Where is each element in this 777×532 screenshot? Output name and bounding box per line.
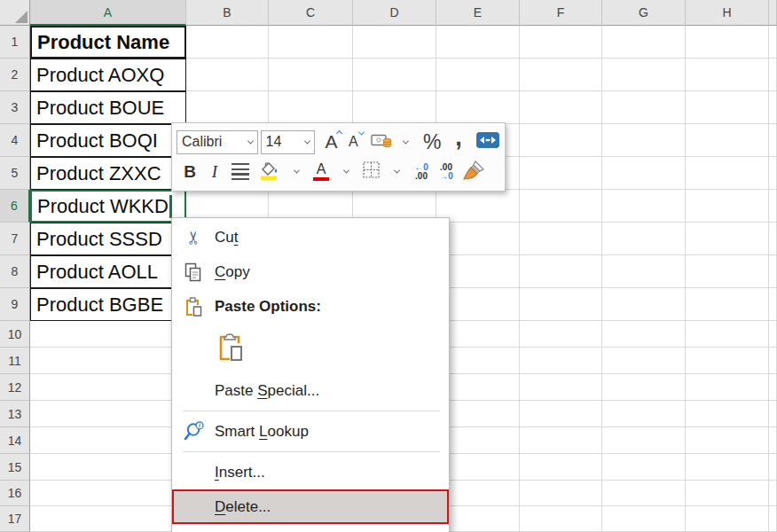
cell-G15[interactable] xyxy=(602,454,686,481)
cell-G3[interactable] xyxy=(602,91,686,124)
cell-G13[interactable] xyxy=(602,401,686,427)
column-header-A[interactable]: A xyxy=(30,0,186,26)
cell-A17[interactable] xyxy=(30,506,186,532)
cell-F15[interactable] xyxy=(520,454,602,481)
cell-G16[interactable] xyxy=(602,481,686,506)
cell-sliver10[interactable] xyxy=(769,321,777,348)
cell-sliver5[interactable] xyxy=(769,157,777,190)
font-size-dropdown[interactable]: 14 xyxy=(261,130,316,154)
cell-G7[interactable] xyxy=(602,223,686,255)
cell-sliver12[interactable] xyxy=(769,374,777,401)
font-color-dropdown[interactable] xyxy=(336,160,356,184)
cell-A3[interactable]: Product BOUE xyxy=(30,91,186,124)
cell-G6[interactable] xyxy=(602,190,686,223)
cell-C3[interactable] xyxy=(269,91,353,124)
cell-E2[interactable] xyxy=(436,59,520,91)
increase-font-size-button[interactable]: A xyxy=(321,129,341,154)
cell-B1[interactable] xyxy=(186,26,269,59)
select-all-button[interactable] xyxy=(0,0,30,26)
cell-A1[interactable]: Product Name xyxy=(30,26,186,59)
cell-G11[interactable] xyxy=(602,348,686,374)
cell-sliver4[interactable] xyxy=(769,124,777,157)
cell-sliver13[interactable] xyxy=(769,401,777,427)
cell-sliver1[interactable] xyxy=(769,26,777,59)
cell-C2[interactable] xyxy=(269,59,353,91)
comma-style-button[interactable]: , xyxy=(449,129,468,154)
cell-G14[interactable] xyxy=(602,427,686,454)
cell-H16[interactable] xyxy=(686,481,769,506)
cell-F14[interactable] xyxy=(520,427,602,454)
cell-A5[interactable]: Product ZXXC xyxy=(30,157,186,190)
cell-sliver9[interactable] xyxy=(769,288,777,321)
row-header-1[interactable]: 1 xyxy=(0,26,30,59)
cell-H1[interactable] xyxy=(686,26,769,59)
row-header-11[interactable]: 11 xyxy=(0,348,30,374)
merge-and-center-button[interactable] xyxy=(475,129,500,154)
cell-G12[interactable] xyxy=(602,374,686,401)
fill-color-button[interactable] xyxy=(256,160,281,184)
font-color-button[interactable]: A xyxy=(311,160,331,184)
paste-option-paste-keep-source-formatting[interactable] xyxy=(172,324,449,373)
cell-A2[interactable]: Product AOXQ xyxy=(30,59,186,91)
cell-H13[interactable] xyxy=(686,401,769,427)
cell-G17[interactable] xyxy=(602,506,686,532)
borders-button[interactable] xyxy=(361,160,381,184)
row-header-12[interactable]: 12 xyxy=(0,374,30,401)
cell-A13[interactable] xyxy=(30,401,186,427)
cell-sliver8[interactable] xyxy=(769,255,777,288)
column-header-sliver[interactable] xyxy=(769,0,777,26)
cell-G8[interactable] xyxy=(602,255,686,288)
cell-H6[interactable] xyxy=(686,190,769,223)
cell-H10[interactable] xyxy=(686,321,769,348)
cell-sliver7[interactable] xyxy=(769,223,777,255)
cell-F16[interactable] xyxy=(520,481,602,506)
cell-sliver16[interactable] xyxy=(769,481,777,506)
cell-F1[interactable] xyxy=(520,26,602,59)
cell-A15[interactable] xyxy=(30,454,186,481)
cell-G9[interactable] xyxy=(602,288,686,321)
row-header-16[interactable]: 16 xyxy=(0,481,30,506)
column-header-G[interactable]: G xyxy=(602,0,686,26)
cell-H7[interactable] xyxy=(686,223,769,255)
cell-A11[interactable] xyxy=(30,348,186,374)
cell-B3[interactable] xyxy=(186,91,269,124)
cell-A8[interactable]: Product AOLL xyxy=(30,255,186,288)
cell-A9[interactable]: Product BGBE xyxy=(30,288,186,321)
borders-dropdown[interactable] xyxy=(387,160,406,184)
cell-F5[interactable] xyxy=(520,157,602,190)
column-header-E[interactable]: E xyxy=(436,0,520,26)
cell-sliver3[interactable] xyxy=(769,91,777,124)
column-header-C[interactable]: C xyxy=(269,0,353,26)
cell-A16[interactable] xyxy=(30,481,186,506)
accounting-format-dropdown[interactable] xyxy=(396,129,415,154)
menu-item-smart-lookup[interactable]: iSmart Lookup xyxy=(172,414,449,449)
percent-style-button[interactable]: % xyxy=(421,129,443,154)
column-header-D[interactable]: D xyxy=(353,0,436,26)
menu-item-paste-special[interactable]: Paste Special... xyxy=(172,373,449,408)
row-header-14[interactable]: 14 xyxy=(0,427,30,454)
cell-H5[interactable] xyxy=(686,157,769,190)
cell-H3[interactable] xyxy=(686,91,769,124)
cell-sliver15[interactable] xyxy=(769,454,777,481)
cell-G5[interactable] xyxy=(602,157,686,190)
cell-F7[interactable] xyxy=(520,223,602,255)
cell-H14[interactable] xyxy=(686,427,769,454)
cell-H17[interactable] xyxy=(686,506,769,532)
cell-sliver14[interactable] xyxy=(769,427,777,454)
cell-H2[interactable] xyxy=(686,59,769,91)
decrease-font-size-button[interactable]: A xyxy=(343,129,363,154)
row-header-8[interactable]: 8 xyxy=(0,255,30,288)
cell-F3[interactable] xyxy=(520,91,602,124)
cell-sliver17[interactable] xyxy=(769,506,777,532)
decrease-decimal-button[interactable]: .00 →0 xyxy=(436,160,456,184)
row-header-17[interactable]: 17 xyxy=(0,506,30,532)
row-header-2[interactable]: 2 xyxy=(0,59,30,91)
cell-D1[interactable] xyxy=(353,26,436,59)
menu-item-insert[interactable]: Insert... xyxy=(172,455,449,489)
italic-button[interactable]: I xyxy=(205,160,224,184)
cell-G10[interactable] xyxy=(602,321,686,348)
cell-A14[interactable] xyxy=(30,427,186,454)
cell-A7[interactable]: Product SSSD xyxy=(30,223,186,255)
cell-G1[interactable] xyxy=(602,26,686,59)
row-header-13[interactable]: 13 xyxy=(0,401,30,427)
